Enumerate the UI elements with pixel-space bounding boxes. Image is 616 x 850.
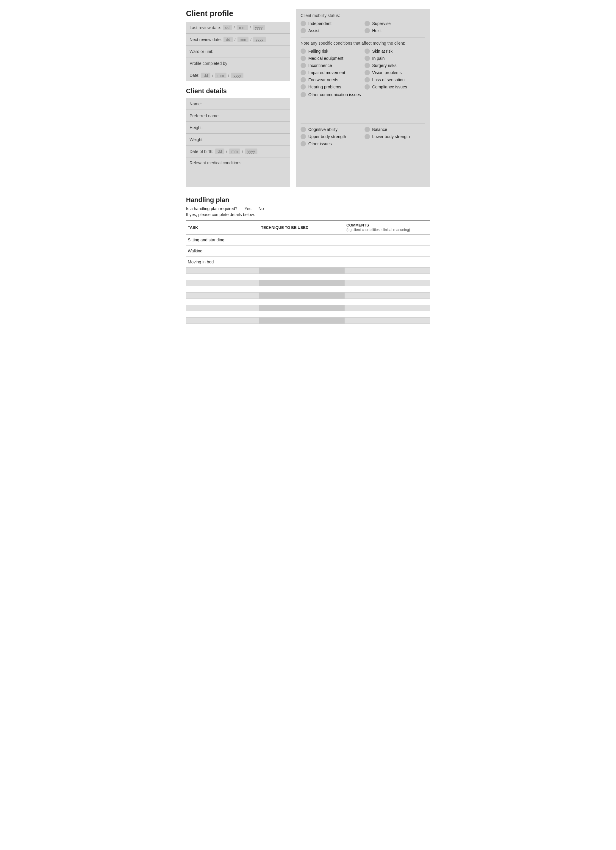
technique-cell[interactable] [259, 311, 345, 317]
condition-surgery-risks[interactable]: Surgery risks [365, 63, 425, 68]
physical-cognitive-ability[interactable]: Cognitive ability [301, 127, 361, 132]
mobility-hoist[interactable]: Hoist [365, 28, 425, 33]
radio-assist[interactable] [301, 28, 306, 33]
comments-cell[interactable] [345, 317, 430, 324]
task-cell[interactable]: Sitting and standing [186, 235, 259, 245]
radio-falling-risk[interactable] [301, 48, 306, 54]
last-review-dd[interactable]: dd [223, 25, 232, 30]
condition-skin-at-risk[interactable]: Skin at risk [365, 48, 425, 54]
physical-balance[interactable]: Balance [365, 127, 425, 132]
condition-hearing-problems[interactable]: Hearing problems [301, 84, 361, 90]
comments-cell[interactable] [345, 245, 430, 257]
radio-cognitive-ability[interactable] [301, 127, 306, 132]
technique-cell[interactable] [259, 257, 345, 268]
comments-cell[interactable] [345, 293, 430, 299]
technique-cell[interactable] [259, 293, 345, 299]
condition-in-pain[interactable]: In pain [365, 55, 425, 61]
task-cell[interactable] [186, 274, 259, 280]
name-label: Name: [190, 102, 202, 106]
radio-incontinence[interactable] [301, 63, 306, 68]
condition-impaired-movement[interactable]: Impaired movement [301, 70, 361, 75]
last-review-mm[interactable]: mm [236, 25, 248, 30]
physical-lower-body[interactable]: Lower body strength [365, 134, 425, 139]
radio-supervise[interactable] [365, 21, 370, 26]
technique-cell[interactable] [259, 286, 345, 293]
radio-hearing-problems[interactable] [301, 84, 306, 90]
comments-cell[interactable] [345, 268, 430, 274]
task-cell[interactable] [186, 305, 259, 311]
comments-cell[interactable] [345, 299, 430, 305]
next-review-mm[interactable]: mm [238, 37, 249, 42]
technique-cell[interactable] [259, 268, 345, 274]
radio-compliance-issues[interactable] [365, 84, 370, 90]
comments-cell[interactable] [345, 286, 430, 293]
condition-incontinence[interactable]: Incontinence [301, 63, 361, 68]
radio-loss-of-sensation[interactable] [365, 77, 370, 82]
radio-surgery-risks[interactable] [365, 63, 370, 68]
condition-compliance-issues[interactable]: Compliance issues [365, 84, 425, 90]
profile-date-yyyy[interactable]: yyyy [231, 73, 244, 78]
task-cell[interactable] [186, 311, 259, 317]
profile-date-mm[interactable]: mm [215, 73, 226, 78]
radio-in-pain[interactable] [365, 55, 370, 61]
comments-cell[interactable] [345, 235, 430, 245]
radio-other-issues[interactable] [301, 141, 306, 147]
task-cell[interactable]: Walking [186, 245, 259, 257]
task-cell[interactable] [186, 268, 259, 274]
comments-cell[interactable] [345, 257, 430, 268]
radio-medical-equipment[interactable] [301, 55, 306, 61]
comments-cell[interactable] [345, 305, 430, 311]
radio-other-communication[interactable] [301, 92, 306, 97]
next-review-dd[interactable]: dd [223, 37, 232, 42]
dob-mm[interactable]: mm [229, 148, 241, 154]
radio-hoist[interactable] [365, 28, 370, 33]
technique-cell[interactable] [259, 299, 345, 305]
radio-upper-body[interactable] [301, 134, 306, 139]
radio-vision-problems[interactable] [365, 70, 370, 75]
dob-yyyy[interactable]: yyyy [245, 148, 257, 154]
mobility-independent[interactable]: Independent [301, 21, 361, 26]
physical-other-issues[interactable]: Other issues [301, 141, 425, 147]
last-review-date[interactable]: dd / mm / yyyy [223, 25, 265, 30]
radio-footwear-needs[interactable] [301, 77, 306, 82]
task-cell[interactable]: Moving in bed [186, 257, 259, 268]
mobility-supervise[interactable]: Supervise [365, 21, 425, 26]
handling-plan-yes[interactable]: Yes [245, 206, 251, 211]
next-review-yyyy[interactable]: yyyy [253, 37, 266, 42]
profile-date-dd[interactable]: dd [201, 73, 210, 78]
task-cell[interactable] [186, 280, 259, 286]
radio-balance[interactable] [365, 127, 370, 132]
technique-cell[interactable] [259, 317, 345, 324]
radio-lower-body[interactable] [365, 134, 370, 139]
task-cell[interactable] [186, 317, 259, 324]
comments-cell[interactable] [345, 311, 430, 317]
condition-falling-risk[interactable]: Falling risk [301, 48, 361, 54]
handling-plan-no[interactable]: No [259, 206, 264, 211]
technique-cell[interactable] [259, 280, 345, 286]
radio-impaired-movement[interactable] [301, 70, 306, 75]
condition-footwear-needs[interactable]: Footwear needs [301, 77, 361, 82]
technique-cell[interactable] [259, 274, 345, 280]
radio-independent[interactable] [301, 21, 306, 26]
physical-upper-body[interactable]: Upper body strength [301, 134, 361, 139]
task-cell[interactable] [186, 286, 259, 293]
condition-other-communication[interactable]: Other communication issues [301, 92, 425, 97]
condition-medical-equipment[interactable]: Medical equipment [301, 55, 361, 61]
comments-cell[interactable] [345, 280, 430, 286]
condition-loss-of-sensation[interactable]: Loss of sensation [365, 77, 425, 82]
profile-date[interactable]: dd / mm / yyyy [201, 73, 244, 78]
radio-skin-at-risk[interactable] [365, 48, 370, 54]
technique-cell[interactable] [259, 245, 345, 257]
condition-vision-problems[interactable]: Vision problems [365, 70, 425, 75]
dob-date[interactable]: dd / mm / yyyy [215, 148, 257, 154]
task-cell[interactable] [186, 299, 259, 305]
technique-cell[interactable] [259, 235, 345, 245]
task-cell[interactable] [186, 293, 259, 299]
dob-dd[interactable]: dd [215, 148, 224, 154]
comments-cell[interactable] [345, 274, 430, 280]
technique-cell[interactable] [259, 305, 345, 311]
mobility-assist[interactable]: Assist [301, 28, 361, 33]
last-review-yyyy[interactable]: yyyy [253, 25, 265, 30]
next-review-date[interactable]: dd / mm / yyyy [223, 37, 266, 42]
mobility-assist-label: Assist [308, 28, 319, 33]
